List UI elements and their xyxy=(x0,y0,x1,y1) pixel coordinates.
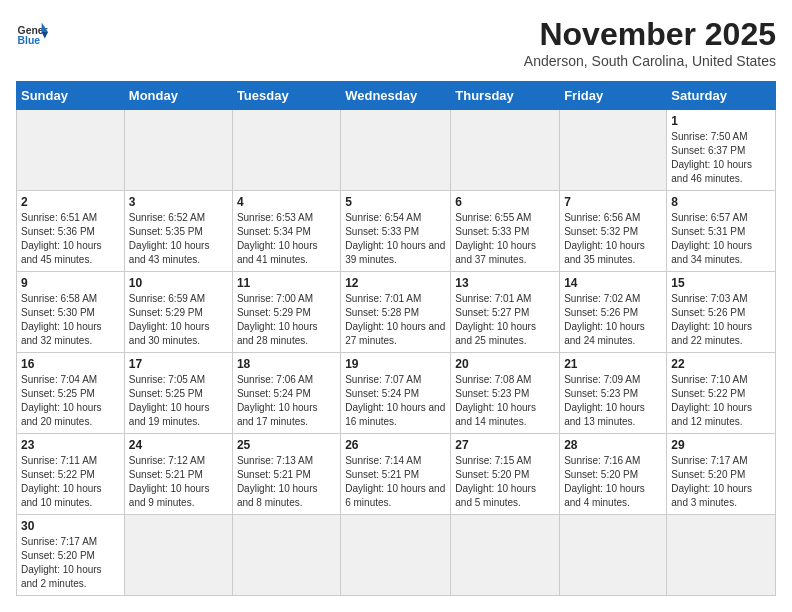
location: Anderson, South Carolina, United States xyxy=(524,53,776,69)
day-number: 8 xyxy=(671,195,771,209)
day-info: Sunrise: 6:51 AMSunset: 5:36 PMDaylight:… xyxy=(21,211,120,267)
calendar-cell xyxy=(232,515,340,596)
day-number: 6 xyxy=(455,195,555,209)
day-number: 2 xyxy=(21,195,120,209)
day-number: 12 xyxy=(345,276,446,290)
day-info: Sunrise: 7:01 AMSunset: 5:27 PMDaylight:… xyxy=(455,292,555,348)
calendar-cell: 1Sunrise: 7:50 AMSunset: 6:37 PMDaylight… xyxy=(667,110,776,191)
day-info: Sunrise: 7:05 AMSunset: 5:25 PMDaylight:… xyxy=(129,373,228,429)
logo-icon: General Blue xyxy=(16,16,48,48)
title-block: November 2025 Anderson, South Carolina, … xyxy=(524,16,776,69)
calendar-cell: 18Sunrise: 7:06 AMSunset: 5:24 PMDayligh… xyxy=(232,353,340,434)
day-number: 11 xyxy=(237,276,336,290)
calendar-cell: 17Sunrise: 7:05 AMSunset: 5:25 PMDayligh… xyxy=(124,353,232,434)
calendar-cell: 3Sunrise: 6:52 AMSunset: 5:35 PMDaylight… xyxy=(124,191,232,272)
calendar-cell: 24Sunrise: 7:12 AMSunset: 5:21 PMDayligh… xyxy=(124,434,232,515)
calendar-cell: 8Sunrise: 6:57 AMSunset: 5:31 PMDaylight… xyxy=(667,191,776,272)
weekday-header-sunday: Sunday xyxy=(17,82,125,110)
day-info: Sunrise: 7:07 AMSunset: 5:24 PMDaylight:… xyxy=(345,373,446,429)
day-info: Sunrise: 7:50 AMSunset: 6:37 PMDaylight:… xyxy=(671,130,771,186)
day-info: Sunrise: 7:17 AMSunset: 5:20 PMDaylight:… xyxy=(21,535,120,591)
day-number: 10 xyxy=(129,276,228,290)
day-number: 4 xyxy=(237,195,336,209)
calendar-week-4: 16Sunrise: 7:04 AMSunset: 5:25 PMDayligh… xyxy=(17,353,776,434)
calendar-cell: 21Sunrise: 7:09 AMSunset: 5:23 PMDayligh… xyxy=(560,353,667,434)
calendar-cell: 9Sunrise: 6:58 AMSunset: 5:30 PMDaylight… xyxy=(17,272,125,353)
calendar-cell: 12Sunrise: 7:01 AMSunset: 5:28 PMDayligh… xyxy=(341,272,451,353)
day-number: 23 xyxy=(21,438,120,452)
calendar-cell: 30Sunrise: 7:17 AMSunset: 5:20 PMDayligh… xyxy=(17,515,125,596)
calendar-cell: 26Sunrise: 7:14 AMSunset: 5:21 PMDayligh… xyxy=(341,434,451,515)
calendar-cell: 13Sunrise: 7:01 AMSunset: 5:27 PMDayligh… xyxy=(451,272,560,353)
calendar-cell xyxy=(17,110,125,191)
day-number: 9 xyxy=(21,276,120,290)
calendar-cell: 28Sunrise: 7:16 AMSunset: 5:20 PMDayligh… xyxy=(560,434,667,515)
calendar-cell: 7Sunrise: 6:56 AMSunset: 5:32 PMDaylight… xyxy=(560,191,667,272)
day-number: 20 xyxy=(455,357,555,371)
day-number: 29 xyxy=(671,438,771,452)
day-number: 28 xyxy=(564,438,662,452)
day-number: 19 xyxy=(345,357,446,371)
calendar-cell: 29Sunrise: 7:17 AMSunset: 5:20 PMDayligh… xyxy=(667,434,776,515)
calendar-cell: 22Sunrise: 7:10 AMSunset: 5:22 PMDayligh… xyxy=(667,353,776,434)
calendar-cell: 23Sunrise: 7:11 AMSunset: 5:22 PMDayligh… xyxy=(17,434,125,515)
day-info: Sunrise: 7:13 AMSunset: 5:21 PMDaylight:… xyxy=(237,454,336,510)
day-number: 13 xyxy=(455,276,555,290)
calendar-cell: 5Sunrise: 6:54 AMSunset: 5:33 PMDaylight… xyxy=(341,191,451,272)
calendar-cell xyxy=(341,110,451,191)
day-info: Sunrise: 6:57 AMSunset: 5:31 PMDaylight:… xyxy=(671,211,771,267)
day-info: Sunrise: 7:12 AMSunset: 5:21 PMDaylight:… xyxy=(129,454,228,510)
calendar-cell xyxy=(451,110,560,191)
calendar-week-2: 2Sunrise: 6:51 AMSunset: 5:36 PMDaylight… xyxy=(17,191,776,272)
calendar-cell xyxy=(451,515,560,596)
day-info: Sunrise: 7:14 AMSunset: 5:21 PMDaylight:… xyxy=(345,454,446,510)
day-info: Sunrise: 6:55 AMSunset: 5:33 PMDaylight:… xyxy=(455,211,555,267)
weekday-header-monday: Monday xyxy=(124,82,232,110)
weekday-header-wednesday: Wednesday xyxy=(341,82,451,110)
day-info: Sunrise: 7:08 AMSunset: 5:23 PMDaylight:… xyxy=(455,373,555,429)
calendar-cell: 16Sunrise: 7:04 AMSunset: 5:25 PMDayligh… xyxy=(17,353,125,434)
day-number: 7 xyxy=(564,195,662,209)
calendar-week-1: 1Sunrise: 7:50 AMSunset: 6:37 PMDaylight… xyxy=(17,110,776,191)
calendar-cell: 27Sunrise: 7:15 AMSunset: 5:20 PMDayligh… xyxy=(451,434,560,515)
day-info: Sunrise: 7:01 AMSunset: 5:28 PMDaylight:… xyxy=(345,292,446,348)
day-number: 14 xyxy=(564,276,662,290)
month-title: November 2025 xyxy=(524,16,776,53)
day-info: Sunrise: 7:06 AMSunset: 5:24 PMDaylight:… xyxy=(237,373,336,429)
calendar-cell: 19Sunrise: 7:07 AMSunset: 5:24 PMDayligh… xyxy=(341,353,451,434)
day-info: Sunrise: 6:52 AMSunset: 5:35 PMDaylight:… xyxy=(129,211,228,267)
weekday-header-tuesday: Tuesday xyxy=(232,82,340,110)
calendar-cell xyxy=(667,515,776,596)
day-info: Sunrise: 7:04 AMSunset: 5:25 PMDaylight:… xyxy=(21,373,120,429)
calendar-cell xyxy=(560,515,667,596)
day-info: Sunrise: 6:56 AMSunset: 5:32 PMDaylight:… xyxy=(564,211,662,267)
calendar-cell: 25Sunrise: 7:13 AMSunset: 5:21 PMDayligh… xyxy=(232,434,340,515)
day-info: Sunrise: 6:54 AMSunset: 5:33 PMDaylight:… xyxy=(345,211,446,267)
day-number: 24 xyxy=(129,438,228,452)
day-number: 27 xyxy=(455,438,555,452)
weekday-header-saturday: Saturday xyxy=(667,82,776,110)
day-info: Sunrise: 7:15 AMSunset: 5:20 PMDaylight:… xyxy=(455,454,555,510)
calendar-cell xyxy=(560,110,667,191)
day-number: 18 xyxy=(237,357,336,371)
day-info: Sunrise: 6:53 AMSunset: 5:34 PMDaylight:… xyxy=(237,211,336,267)
calendar-cell xyxy=(232,110,340,191)
weekday-header-friday: Friday xyxy=(560,82,667,110)
day-info: Sunrise: 7:10 AMSunset: 5:22 PMDaylight:… xyxy=(671,373,771,429)
calendar-cell xyxy=(124,110,232,191)
day-number: 5 xyxy=(345,195,446,209)
weekday-header-thursday: Thursday xyxy=(451,82,560,110)
calendar-table: SundayMondayTuesdayWednesdayThursdayFrid… xyxy=(16,81,776,596)
calendar-cell: 2Sunrise: 6:51 AMSunset: 5:36 PMDaylight… xyxy=(17,191,125,272)
calendar-week-3: 9Sunrise: 6:58 AMSunset: 5:30 PMDaylight… xyxy=(17,272,776,353)
day-number: 15 xyxy=(671,276,771,290)
calendar-cell: 10Sunrise: 6:59 AMSunset: 5:29 PMDayligh… xyxy=(124,272,232,353)
calendar-cell: 6Sunrise: 6:55 AMSunset: 5:33 PMDaylight… xyxy=(451,191,560,272)
calendar-cell: 15Sunrise: 7:03 AMSunset: 5:26 PMDayligh… xyxy=(667,272,776,353)
day-info: Sunrise: 7:16 AMSunset: 5:20 PMDaylight:… xyxy=(564,454,662,510)
calendar-week-5: 23Sunrise: 7:11 AMSunset: 5:22 PMDayligh… xyxy=(17,434,776,515)
calendar-cell xyxy=(341,515,451,596)
day-number: 25 xyxy=(237,438,336,452)
day-info: Sunrise: 7:09 AMSunset: 5:23 PMDaylight:… xyxy=(564,373,662,429)
logo: General Blue xyxy=(16,16,48,48)
